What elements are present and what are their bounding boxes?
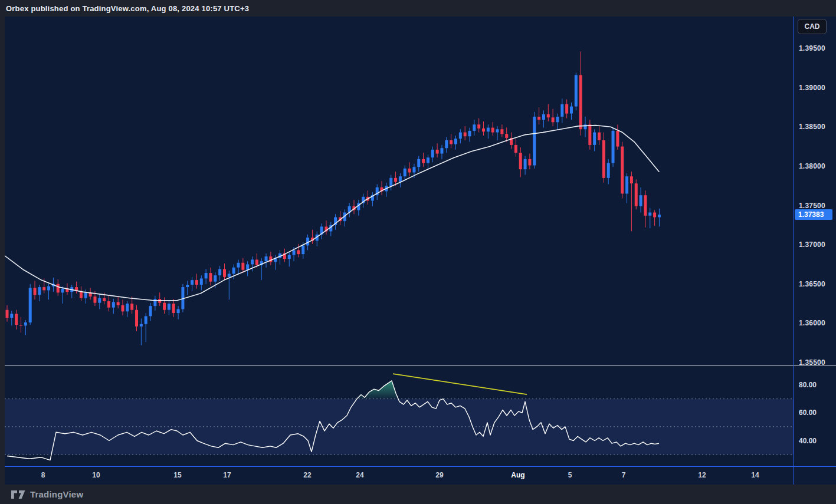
- main-price-pane[interactable]: [5, 17, 794, 365]
- rsi-tick-60.00: 60.00: [799, 408, 817, 417]
- candle-up: [404, 169, 406, 176]
- candle-up: [205, 273, 208, 278]
- candle-down: [528, 159, 531, 166]
- moving-average-line: [5, 126, 659, 301]
- candle-up: [145, 316, 147, 324]
- candle-up: [149, 306, 152, 316]
- candle-up: [524, 159, 527, 169]
- candle-down: [653, 212, 656, 217]
- candle-up: [228, 274, 231, 276]
- footer-bar: TradingView: [0, 485, 836, 504]
- candle-up: [556, 117, 559, 122]
- publish-caption: Orbex published on TradingView.com, Aug …: [6, 4, 249, 13]
- rsi-band: [5, 399, 794, 455]
- candle-up: [487, 128, 490, 132]
- candle-down: [635, 183, 638, 206]
- candle-up: [293, 250, 296, 255]
- candle-down: [57, 284, 60, 293]
- candle-down: [477, 124, 480, 129]
- candle-down: [537, 117, 540, 120]
- candle-up: [126, 304, 129, 311]
- price-tick-1.39500: 1.39500: [799, 44, 825, 53]
- candle-up: [29, 288, 32, 322]
- candle-down: [172, 304, 175, 313]
- candle-down: [6, 310, 9, 318]
- pane-separator[interactable]: [5, 365, 836, 365]
- candle-down: [602, 140, 605, 178]
- candle-wick: [25, 320, 26, 335]
- time-axis[interactable]: 8101517222429Aug571214: [5, 467, 836, 485]
- candle-wick: [497, 126, 498, 140]
- price-tick-1.36500: 1.36500: [799, 279, 825, 289]
- rsi-pane[interactable]: [5, 365, 794, 466]
- candle-wick: [548, 104, 549, 121]
- candle-up: [440, 148, 443, 153]
- candle-down: [436, 150, 439, 154]
- price-axis[interactable]: CAD 1.395001.390001.385001.380001.375001…: [794, 17, 836, 466]
- candle-down: [588, 124, 591, 145]
- time-tick-14: 14: [751, 471, 759, 479]
- candle-down: [394, 178, 397, 182]
- last-price-label: 1.37383: [795, 209, 832, 220]
- candle-up: [61, 289, 64, 293]
- candle-up: [468, 131, 471, 136]
- candle-up: [658, 215, 661, 217]
- time-tick-5: 5: [568, 471, 572, 479]
- candle-down: [519, 153, 522, 169]
- candle-down: [42, 287, 45, 290]
- candle-up: [445, 140, 448, 148]
- candle-down: [552, 117, 555, 122]
- candle-down: [103, 298, 106, 301]
- time-tick-7: 7: [622, 471, 626, 479]
- candle-down: [630, 176, 633, 183]
- candle-up: [542, 114, 545, 120]
- candle-down: [547, 114, 550, 117]
- time-tick-12: 12: [698, 471, 706, 479]
- candle-up: [24, 322, 27, 325]
- candle-up: [10, 314, 13, 318]
- candle-down: [117, 302, 120, 305]
- candle-down: [209, 273, 212, 282]
- rsi-trendline[interactable]: [393, 374, 527, 394]
- candle-down: [598, 133, 601, 140]
- candle-down: [565, 104, 568, 114]
- candle-up: [301, 245, 304, 254]
- time-tick-17: 17: [223, 471, 231, 479]
- rsi-tick-40.00: 40.00: [799, 436, 817, 446]
- candle-up: [593, 133, 596, 145]
- time-tick-24: 24: [356, 471, 363, 479]
- price-tick-1.37000: 1.37000: [799, 240, 825, 249]
- candle-down: [616, 131, 619, 147]
- price-tick-1.35500: 1.35500: [799, 358, 825, 367]
- candle-down: [122, 305, 124, 312]
- candle-down: [107, 301, 110, 308]
- candle-up: [389, 178, 392, 186]
- time-tick-Aug: Aug: [511, 471, 524, 479]
- candle-up: [427, 157, 430, 163]
- candle-up: [246, 264, 249, 269]
- candle-down: [621, 147, 624, 194]
- currency-button-label: CAD: [805, 22, 820, 31]
- candle-down: [163, 303, 166, 310]
- candle-down: [195, 280, 198, 285]
- candle-up: [112, 302, 115, 307]
- candle-down: [644, 195, 647, 216]
- price-tick-1.36000: 1.36000: [799, 318, 825, 328]
- candle-wick: [659, 209, 660, 227]
- candle-up: [168, 304, 171, 310]
- price-tick-1.38500: 1.38500: [799, 122, 825, 131]
- chart-canvas[interactable]: 8101517222429Aug571214 CAD 1.395001.3900…: [5, 17, 836, 485]
- candle-up: [417, 159, 420, 167]
- candle-wick: [187, 281, 188, 295]
- candle-up: [625, 176, 628, 193]
- candle-wick: [11, 311, 12, 325]
- candle-down: [500, 129, 503, 134]
- candle-down: [579, 75, 582, 129]
- candle-down: [241, 263, 244, 270]
- time-tick-15: 15: [173, 471, 181, 479]
- candle-down: [19, 325, 22, 325]
- candle-wick: [312, 230, 313, 244]
- candle-down: [422, 159, 425, 163]
- currency-button[interactable]: CAD: [798, 19, 827, 34]
- price-tick-1.38000: 1.38000: [799, 162, 825, 171]
